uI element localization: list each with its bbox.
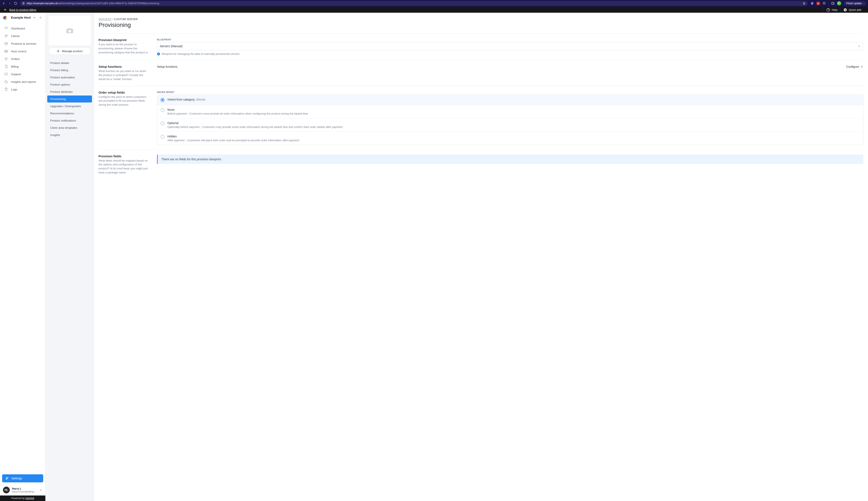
svg-point-4 (863, 3, 863, 4)
settings-button[interactable]: Settings (2, 474, 43, 482)
sidebar-item-host-control[interactable]: Host control (0, 47, 45, 55)
gear-icon (56, 50, 60, 53)
defer-title: Order setup fields (98, 91, 149, 94)
user-name: Harry L (12, 487, 37, 490)
user-menu[interactable]: HL Harry L harry+example@upmind.... (0, 484, 45, 495)
chevron-up-icon (39, 489, 42, 491)
profile-avatar-icon[interactable] (837, 1, 841, 6)
defer-radio-group: Inherit from category: (None)NoneBefore … (157, 95, 863, 145)
finish-update-button[interactable]: Finish update (844, 1, 866, 6)
document-icon (4, 65, 8, 68)
defer-option-1[interactable]: NoneBefore payment - Customers must prov… (157, 105, 863, 118)
sidebar-item-billing[interactable]: Billing (0, 63, 45, 70)
server-icon (4, 49, 8, 53)
product-tabs: Product detailsProduct billingProduct au… (45, 58, 94, 140)
browser-extensions: u Finish update (811, 1, 866, 6)
svg-rect-9 (5, 50, 8, 51)
sidebar-item-label: Logs (11, 88, 17, 91)
url-bar[interactable]: https://example.harrydev.uk/admin/settin… (20, 1, 808, 6)
camera-icon (66, 26, 74, 34)
sidebar-item-label: Host control (11, 50, 26, 53)
tab-product-details[interactable]: Product details (47, 60, 92, 66)
tab-product-billing[interactable]: Product billing (47, 67, 92, 74)
radio-icon (161, 135, 165, 139)
ublock-icon[interactable]: u (816, 2, 820, 5)
help-button[interactable]: Help (823, 7, 840, 13)
chevron-right-icon (860, 65, 863, 68)
primary-sidebar: Example Host DashboardClientsProducts & … (0, 13, 45, 501)
site-settings-icon[interactable] (22, 2, 25, 5)
breadcrumb: SERVERS / CUSTOM SERVER (98, 18, 863, 21)
defer-option-3[interactable]: HiddenAfter payment - Customers will pla… (157, 131, 863, 145)
tab-product-automation[interactable]: Product automation (47, 74, 92, 81)
setup-functions-row-label: Setup functions (157, 65, 178, 68)
extensions-puzzle-icon[interactable] (823, 2, 826, 5)
sidebar-item-dashboard[interactable]: Dashboard (0, 24, 45, 32)
setup-functions-configure-row[interactable]: Setup functions Configure (157, 65, 863, 68)
org-name: Example Host (11, 16, 31, 19)
sidebar-item-clients[interactable]: Clients (0, 32, 45, 40)
powered-by: Powered by Upmind (0, 495, 45, 501)
defer-field-label: DEFER MODE (157, 91, 863, 93)
tab-client-area-templates[interactable]: Client area templates (47, 124, 92, 131)
back-icon[interactable] (2, 2, 6, 5)
quick-add-label: Quick add (849, 8, 861, 11)
blueprint-hint: i Blueprint for managing the data of man… (157, 52, 863, 55)
provision-fields-title: Provision fields (98, 154, 149, 158)
quick-add-button[interactable]: Quick add (840, 7, 864, 13)
tab-insights[interactable]: Insights (47, 131, 92, 138)
sidebar-item-support[interactable]: Support (0, 70, 45, 78)
tab-product-attributes[interactable]: Product attributes (47, 88, 92, 95)
bookmark-star-icon[interactable] (803, 2, 806, 5)
shield-icon[interactable] (811, 2, 814, 5)
setup-functions-configure-action: Configure (846, 65, 863, 68)
help-label: Help (832, 8, 837, 11)
side-panel-icon[interactable] (831, 2, 835, 5)
powered-link[interactable]: Upmind (25, 497, 34, 500)
breadcrumb-parent[interactable]: SERVERS (98, 18, 112, 21)
defer-option-label: Hidden (167, 135, 299, 138)
radio-icon (161, 108, 165, 112)
blueprint-select-value: Servers (Manual) (160, 44, 182, 48)
browser-chrome: https://example.harrydev.uk/admin/settin… (0, 0, 868, 7)
manage-product-button[interactable]: Manage product (49, 47, 91, 55)
sidebar-item-logs[interactable]: Logs (0, 86, 45, 93)
provision-fields-desc: What fields should be mapped based on th… (98, 159, 149, 175)
user-email: harry+example@upmind.... (12, 490, 37, 493)
basket-icon (4, 57, 8, 61)
forward-icon[interactable] (8, 2, 11, 5)
sidebar-item-orders[interactable]: Orders (0, 55, 45, 63)
back-link-label: Back to product billing (9, 8, 36, 11)
svg-point-15 (58, 51, 59, 52)
no-fields-banner: There are no fields for this provision b… (157, 154, 863, 164)
tab-provisioning[interactable]: Provisioning (47, 96, 92, 103)
primary-nav: DashboardClientsProducts & servicesHost … (0, 22, 45, 472)
org-switcher[interactable]: Example Host (0, 13, 45, 22)
chevron-down-icon (858, 45, 860, 47)
blueprint-field-label: BLUEPRINT (157, 38, 863, 41)
svg-point-2 (863, 3, 863, 3)
settings-label: Settings (11, 477, 22, 480)
sidebar-item-label: Insights and reports (11, 80, 36, 83)
sidebar-item-label: Billing (11, 65, 19, 68)
sidebar-item-label: Support (11, 73, 21, 76)
tab-product-notifications[interactable]: Product notifications (47, 117, 92, 124)
svg-rect-10 (5, 52, 8, 53)
defer-option-0[interactable]: Inherit from category: (None) (157, 95, 863, 105)
org-logo-icon (3, 16, 9, 20)
clipboard-icon (4, 87, 8, 91)
tab-recommendations[interactable]: Recommendations (47, 110, 92, 117)
sidebar-item-insights-and-reports[interactable]: Insights and reports (0, 78, 45, 86)
app-top-bar: Back to product billing Help Quick add (0, 7, 868, 13)
back-to-billing-link[interactable]: Back to product billing (4, 8, 36, 11)
chat-icon (4, 72, 8, 76)
tab-upgrades-downgrades[interactable]: Upgrades / Downgrades (47, 103, 92, 110)
sidebar-item-products-services[interactable]: Products & services (0, 40, 45, 47)
tab-product-options[interactable]: Product options (47, 81, 92, 88)
sidebar-item-label: Clients (11, 34, 20, 38)
sidebar-collapse-icon[interactable] (39, 16, 42, 19)
svg-rect-0 (23, 2, 24, 4)
defer-option-2[interactable]: OptionalOptionally before payment - Cust… (157, 118, 863, 131)
blueprint-select[interactable]: Servers (Manual) (157, 42, 863, 50)
reload-icon[interactable] (14, 2, 17, 5)
